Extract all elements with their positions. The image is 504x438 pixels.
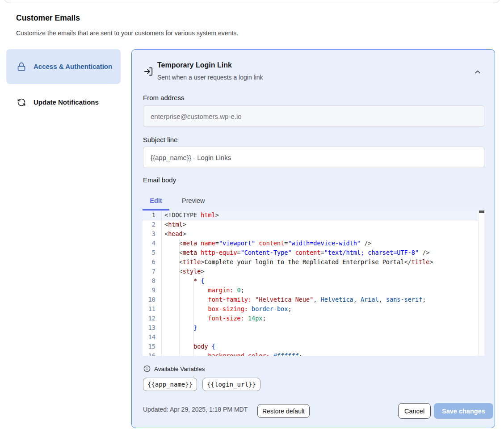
line-number: 16 xyxy=(143,351,161,356)
cancel-button[interactable]: Cancel xyxy=(398,403,431,419)
restore-default-button[interactable]: Restore default xyxy=(257,404,310,418)
login-icon xyxy=(143,67,153,76)
temporary-login-link-panel: Temporary Login Link Sent when a user re… xyxy=(131,49,495,428)
line-number: 2 xyxy=(143,220,161,229)
available-variables-row: Available Variables xyxy=(143,365,205,372)
sidebar-item-access-authentication[interactable]: Access & Authentication xyxy=(6,49,121,84)
code-line[interactable]: 15 body { xyxy=(143,342,484,351)
variable-chip-app-name[interactable]: {{app_name}} xyxy=(143,378,197,391)
code-editor[interactable]: 1<!DOCTYPE html>2<html>3<head>4 <meta na… xyxy=(143,211,484,356)
code-line[interactable]: 6 <title>Complete your login to the Repl… xyxy=(143,257,484,267)
code-line[interactable]: 9 margin: 0; xyxy=(143,286,484,295)
tab-edit[interactable]: Edit xyxy=(143,193,169,209)
code-line[interactable]: 4 <meta name="viewport" content="width=d… xyxy=(143,239,484,248)
sidebar: Access & Authentication Update Notificat… xyxy=(6,49,121,113)
info-icon xyxy=(143,365,151,372)
chevron-up-icon xyxy=(473,67,482,76)
updated-timestamp: Updated: Apr 29, 2025, 1:18 PM MDT xyxy=(143,406,248,413)
line-number: 10 xyxy=(143,295,161,304)
code-line[interactable]: 16 background-color: #ffffff; xyxy=(143,351,484,356)
editor-scrollbar-thumb[interactable] xyxy=(479,211,484,213)
variable-chips: {{app_name}} {{login_url}} xyxy=(143,378,260,391)
from-address-label: From address xyxy=(143,94,185,101)
available-variables-label: Available Variables xyxy=(154,366,205,372)
line-number: 12 xyxy=(143,314,161,323)
line-number: 8 xyxy=(143,276,161,286)
code-line[interactable]: 7 <style> xyxy=(143,267,484,276)
line-number: 11 xyxy=(143,304,161,314)
collapse-panel-button[interactable] xyxy=(473,67,482,76)
line-number: 5 xyxy=(143,248,161,257)
code-line[interactable]: 12 font-size: 14px; xyxy=(143,314,484,323)
from-address-input[interactable] xyxy=(143,105,484,127)
code-line[interactable]: 1<!DOCTYPE html> xyxy=(143,211,484,220)
email-body-label: Email body xyxy=(143,176,176,184)
line-number: 6 xyxy=(143,257,161,267)
sidebar-item-label: Update Notifications xyxy=(34,97,99,108)
code-line[interactable]: 14 xyxy=(143,333,484,342)
line-number: 9 xyxy=(143,286,161,295)
code-line[interactable]: 5 <meta http-equiv="Content-Type" conten… xyxy=(143,248,484,257)
line-number: 4 xyxy=(143,239,161,248)
line-number: 3 xyxy=(143,229,161,239)
code-line[interactable]: 10 font-family: "Helvetica Neue", Helvet… xyxy=(143,295,484,304)
sidebar-item-label: Access & Authentication xyxy=(34,61,112,72)
page-subtitle: Customize the emails that are sent to yo… xyxy=(16,29,238,37)
code-line[interactable]: 3<head> xyxy=(143,229,484,239)
code-line[interactable]: 8 * { xyxy=(143,276,484,286)
code-line[interactable]: 13 } xyxy=(143,323,484,333)
sidebar-item-update-notifications[interactable]: Update Notifications xyxy=(6,92,121,113)
line-number: 14 xyxy=(143,333,161,342)
variable-chip-login-url[interactable]: {{login_url}} xyxy=(202,378,260,391)
line-number: 1 xyxy=(143,211,161,220)
subject-line-input[interactable] xyxy=(143,147,484,168)
code-lines: 1<!DOCTYPE html>2<html>3<head>4 <meta na… xyxy=(143,211,484,356)
page-title: Customer Emails xyxy=(16,13,80,23)
email-body-tabs: Edit Preview xyxy=(143,193,211,209)
lock-icon xyxy=(17,62,26,71)
subject-line-label: Subject line xyxy=(143,136,178,143)
line-number: 7 xyxy=(143,267,161,276)
line-number: 15 xyxy=(143,342,161,351)
customer-emails-page: Customer Emails Customize the emails tha… xyxy=(0,0,504,438)
save-changes-button[interactable]: Save changes xyxy=(434,403,493,419)
line-number: 13 xyxy=(143,323,161,333)
tab-preview[interactable]: Preview xyxy=(176,193,211,209)
panel-subtitle: Sent when a user requests a login link xyxy=(157,74,263,81)
editor-scrollbar[interactable] xyxy=(478,211,484,356)
panel-title: Temporary Login Link xyxy=(157,61,232,69)
previous-card-bottom-edge xyxy=(4,0,500,3)
code-line[interactable]: 11 box-sizing: border-box; xyxy=(143,304,484,314)
refresh-icon xyxy=(17,98,26,107)
code-line[interactable]: 2<html> xyxy=(143,220,484,229)
